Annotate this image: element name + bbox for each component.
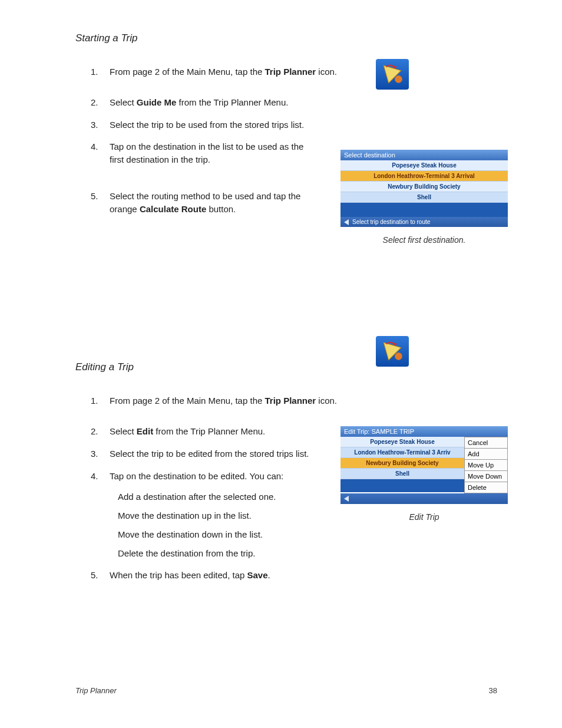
step-text: Select Guide Me from the Trip Planner Me…	[110, 96, 497, 109]
shot-header: Select destination	[340, 150, 508, 160]
figure-caption: Edit Trip	[340, 512, 508, 522]
trip-planner-icon	[376, 59, 409, 90]
step-num: 5.	[75, 569, 110, 582]
back-icon	[344, 496, 349, 502]
list-item: Shell	[340, 469, 464, 479]
menu-item-delete: Delete	[464, 482, 508, 493]
menu-item-cancel: Cancel	[464, 437, 508, 449]
list-item: Popeseye Steak House	[340, 160, 508, 171]
list-item: Newbury Building Society	[340, 182, 508, 192]
edit-trip-screenshot: Edit Trip: SAMPLE TRIP Popeseye Steak Ho…	[340, 426, 508, 522]
select-destination-screenshot: Select destination Popeseye Steak House …	[340, 150, 508, 245]
context-menu: Cancel Add Move Up Move Down Delete	[464, 437, 508, 493]
step-num: 3.	[75, 447, 110, 460]
step-num: 4.	[75, 470, 110, 560]
step-num: 2.	[75, 425, 110, 438]
section-heading-starting: Starting a Trip	[75, 32, 497, 44]
step-text: From page 2 of the Main Menu, tap the Tr…	[110, 394, 497, 407]
menu-item-move-up: Move Up	[464, 460, 508, 471]
step-text: Tap on the destination in the list to be…	[110, 140, 315, 166]
list-item: Popeseye Steak House	[340, 437, 464, 447]
svg-point-4	[395, 353, 402, 360]
shot-header: Edit Trip: SAMPLE TRIP	[340, 426, 508, 437]
step-text: From page 2 of the Main Menu, tap the Tr…	[110, 65, 497, 78]
step-num: 1.	[75, 394, 110, 407]
back-icon	[344, 219, 349, 225]
section-heading-editing: Editing a Trip	[75, 361, 497, 373]
list-item: London Heathrow-Terminal 3 Arrival	[340, 171, 508, 182]
footer-title: Trip Planner	[75, 686, 117, 695]
step-text: Select the routing method to be used and…	[110, 190, 315, 216]
list-item: Shell	[340, 192, 508, 203]
figure-caption: Select first destination.	[340, 235, 508, 245]
step-num: 4.	[75, 140, 110, 166]
page-number: 38	[489, 686, 497, 695]
list-item: London Heathrow-Terminal 3 Arriv	[340, 447, 464, 458]
svg-point-1	[395, 75, 402, 83]
step-text: Tap on the destination to be edited. You…	[110, 470, 315, 560]
step-num: 3.	[75, 118, 110, 131]
menu-item-add: Add	[464, 449, 508, 460]
menu-item-move-down: Move Down	[464, 471, 508, 482]
step-text: When the trip has been edited, tap Save.	[110, 569, 497, 582]
step-text: Select the trip to be used from the stor…	[110, 118, 497, 131]
step-num: 5.	[75, 190, 110, 216]
list-item: Newbury Building Society	[340, 458, 464, 469]
trip-planner-icon	[376, 336, 409, 367]
shot-footer: Select trip destination to route	[340, 217, 508, 227]
step-num: 2.	[75, 96, 110, 109]
step-num: 1.	[75, 65, 110, 78]
